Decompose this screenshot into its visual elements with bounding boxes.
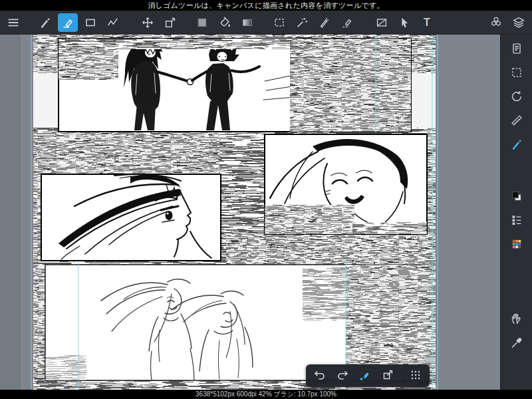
selection-panel-button[interactable] xyxy=(505,63,529,84)
color-swatch xyxy=(195,15,209,30)
palette-button[interactable] xyxy=(505,234,529,255)
grid-dots-icon xyxy=(408,368,423,384)
move-arrows-icon xyxy=(140,15,155,30)
top-message-bar: 消しゴムツールは、キャンバスに描画された内容を消すツールです。 xyxy=(0,0,532,11)
open-transform-icon xyxy=(380,368,395,384)
panel-2 xyxy=(41,174,221,261)
color-chips-button[interactable] xyxy=(505,186,529,207)
ruler-icon xyxy=(509,113,524,130)
drag-handle-button[interactable] xyxy=(405,366,426,385)
brush-icon xyxy=(509,137,524,154)
polyline-tool-button[interactable] xyxy=(103,13,123,32)
panel-1 xyxy=(59,39,411,132)
transform-tool-button[interactable] xyxy=(160,13,180,32)
quick-action-bar xyxy=(306,364,430,387)
text-icon: T xyxy=(424,17,430,29)
eraser-active-icon xyxy=(358,368,372,384)
main-toolbar: T xyxy=(0,11,532,35)
layer-list-button[interactable] xyxy=(505,210,529,231)
shape-tool-button[interactable] xyxy=(80,13,100,32)
eyedropper-icon xyxy=(509,335,524,352)
right-sidebar xyxy=(500,35,532,390)
undo-button[interactable] xyxy=(309,366,331,385)
operation-tool-button[interactable] xyxy=(394,13,414,32)
brush-tool-button[interactable] xyxy=(35,13,55,32)
pages-panel-button[interactable] xyxy=(505,39,529,60)
menu-button[interactable] xyxy=(3,13,23,32)
transform-icon xyxy=(163,15,178,30)
paint-bucket-icon xyxy=(217,15,232,30)
redo-arrow-icon xyxy=(335,368,350,384)
redo-button[interactable] xyxy=(332,366,353,385)
layers-icon xyxy=(511,15,526,30)
foreground-background-color-chips xyxy=(509,189,524,205)
material-button[interactable] xyxy=(486,13,506,32)
status-bar: 3638*5102px 600dpi 42% ブラシ: 10.7px 100% xyxy=(0,390,532,399)
tool-hint-text: 消しゴムツールは、キャンバスに描画された内容を消すツールです。 xyxy=(148,1,384,11)
cursor-icon xyxy=(397,15,412,30)
canvas-info-text: 3638*5102px 600dpi 42% ブラシ: 10.7px 100% xyxy=(196,390,336,399)
rotate-reset-button[interactable] xyxy=(505,86,529,108)
move-tool-button[interactable] xyxy=(138,13,158,32)
layer-list-icon xyxy=(509,213,524,229)
gradient-tool-button[interactable] xyxy=(237,13,257,32)
gradient-icon xyxy=(240,15,255,30)
panel-3 xyxy=(265,134,427,234)
select-pen-button[interactable] xyxy=(315,13,334,32)
select-pen-icon xyxy=(317,15,332,30)
eraser-tool-button[interactable] xyxy=(58,13,78,32)
pages-icon xyxy=(509,41,524,58)
material-hexagons-icon xyxy=(489,15,503,30)
manga-canvas-artwork xyxy=(0,35,500,390)
select-tool-button[interactable] xyxy=(269,13,289,32)
ruler-button[interactable] xyxy=(505,110,529,132)
panel-divide-icon xyxy=(374,15,389,30)
color-palette-icon xyxy=(509,237,524,253)
hand-icon xyxy=(509,311,524,328)
hamburger-menu-icon xyxy=(6,15,21,30)
workspace xyxy=(0,35,532,390)
canvas-viewport[interactable] xyxy=(0,35,500,390)
magic-wand-button[interactable] xyxy=(292,13,312,32)
hand-tool-button[interactable] xyxy=(505,309,529,330)
magic-wand-icon xyxy=(295,15,309,30)
rectangle-icon xyxy=(83,15,98,30)
text-tool-button[interactable]: T xyxy=(417,13,437,32)
select-eraser-icon xyxy=(340,15,354,30)
eyedropper-button[interactable] xyxy=(505,332,529,354)
marquee-icon xyxy=(272,15,287,30)
rotate-icon xyxy=(509,89,524,106)
undo-arrow-icon xyxy=(313,368,327,384)
layers-button[interactable] xyxy=(509,13,529,32)
polyline-icon xyxy=(106,15,120,30)
eraser-quick-button[interactable] xyxy=(354,366,376,385)
brush-settings-button[interactable] xyxy=(505,134,529,156)
select-eraser-button[interactable] xyxy=(337,13,357,32)
current-color-button[interactable] xyxy=(192,13,212,32)
transform-view-button[interactable] xyxy=(377,366,398,385)
eraser-icon xyxy=(61,15,75,30)
brush-icon xyxy=(38,15,53,30)
paint-app-window: 消しゴムツールは、キャンバスに描画された内容を消すツールです。 xyxy=(0,0,532,399)
selection-dashed-icon xyxy=(509,65,524,82)
panel-4 xyxy=(45,265,436,380)
fill-tool-button[interactable] xyxy=(215,13,235,32)
panel-divide-button[interactable] xyxy=(372,13,392,32)
